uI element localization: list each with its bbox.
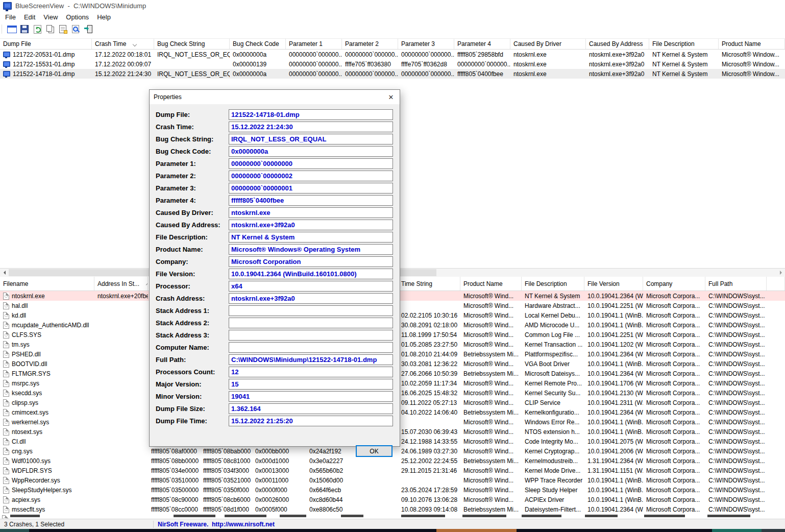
field-value-dump-file[interactable]: 121522-14718-01.dmp <box>229 109 393 120</box>
menu-help[interactable]: Help <box>93 12 115 22</box>
run-window-button[interactable] <box>6 23 18 35</box>
scroll-left-arrow-icon <box>2 271 6 275</box>
column-header-parameter-1[interactable]: Parameter 1 <box>286 39 342 49</box>
field-value-stack-address-1[interactable] <box>229 305 393 316</box>
field-value-bug-check-code[interactable]: 0x0000000a <box>229 146 393 157</box>
field-label-file-version: File Version: <box>156 270 195 278</box>
table-row[interactable]: 121722-20531-01.dmp17.12.2022 00:18:01IR… <box>0 50 785 59</box>
field-value-computer-name[interactable] <box>229 342 393 353</box>
table-row[interactable]: cng.sysfffff805`08af0000fffff805`08bab00… <box>0 446 785 456</box>
cell: Microsoft® Wind... <box>460 496 522 503</box>
driver-file-icon <box>3 457 9 465</box>
scroll-right-button[interactable] <box>776 269 785 277</box>
scroll-left-button[interactable] <box>0 269 9 277</box>
field-label-file-description: File Description: <box>156 233 208 241</box>
menu-edit[interactable]: Edit <box>20 12 39 22</box>
field-value-dump-file-time[interactable]: 15.12.2022 21:25:20 <box>229 416 393 426</box>
column-header-parameter-2[interactable]: Parameter 2 <box>342 39 398 49</box>
field-value-crash-time[interactable]: 15.12.2022 21:24:30 <box>229 122 393 132</box>
cell: C:\WINDOWS\syst... <box>705 380 767 387</box>
column-header-parameter-3[interactable]: Parameter 3 <box>398 39 454 49</box>
cell: 10.02.2059 11:17:34 <box>398 380 460 387</box>
cell: 1.31.19041.2364 (W... <box>584 457 643 465</box>
column-header-bug-check-string[interactable]: Bug Check String <box>154 39 230 49</box>
field-value-bug-check-string[interactable]: IRQL_NOT_LESS_OR_EQUAL <box>229 134 393 144</box>
partial-row-text-fragment <box>644 515 685 517</box>
column-header-hidden-12[interactable] <box>767 277 785 291</box>
column-header-time-string[interactable]: Time String <box>398 277 460 291</box>
field-value-parameter-1[interactable]: 00000000`00000000 <box>229 158 393 169</box>
menu-file[interactable]: File <box>1 12 20 22</box>
field-value-parameter-3[interactable]: 00000000`00000001 <box>229 183 393 194</box>
table-row[interactable]: 121722-15531-01.dmp17.12.2022 00:09:070x… <box>0 59 785 69</box>
save-icon <box>20 25 29 33</box>
dialog-titlebar[interactable]: Properties ✕ <box>150 90 400 104</box>
menu-options[interactable]: Options <box>62 12 93 22</box>
driver-file-icon <box>3 419 9 426</box>
table-row[interactable]: 121522-14718-01.dmp15.12.2022 21:24:30IR… <box>0 69 785 79</box>
table-row[interactable]: acpiex.sysfffff805`08c90000fffff805`08cb… <box>0 495 785 504</box>
column-header-file-description[interactable]: File Description <box>649 39 719 49</box>
column-header-crash-time[interactable]: Crash Time <box>92 39 154 49</box>
field-value-processors-count[interactable]: 12 <box>229 367 393 377</box>
properties-button[interactable] <box>57 23 69 35</box>
column-header-file-version[interactable]: File Version <box>584 277 643 291</box>
column-header-address-in-st[interactable]: Address In St... <box>94 277 148 291</box>
column-label: Filename <box>3 280 28 287</box>
taskbar-segment <box>436 529 517 532</box>
cell: Code Integrity Mo... <box>522 438 584 445</box>
field-value-file-version[interactable]: 10.0.19041.2364 (WinBuild.160101.0800) <box>229 269 393 279</box>
cell-text: tm.sys <box>12 341 30 348</box>
field-value-caused-by-driver[interactable]: ntoskrnl.exe <box>229 207 393 218</box>
cell: hal.dll <box>0 302 94 309</box>
find-button[interactable] <box>69 23 82 35</box>
cell: fffff805`034e0000 <box>148 467 200 474</box>
close-icon[interactable]: ✕ <box>382 90 400 104</box>
field-value-minor-version[interactable]: 19041 <box>229 391 393 402</box>
refresh-button[interactable] <box>31 23 43 35</box>
ok-button[interactable]: OK <box>356 445 393 457</box>
cell: 00000000`000000... <box>342 70 398 78</box>
column-header-caused-by-driver[interactable]: Caused By Driver <box>510 39 586 49</box>
column-header-parameter-4[interactable]: Parameter 4 <box>454 39 510 49</box>
field-value-crash-address[interactable]: ntoskrnl.exe+3f92a0 <box>229 293 393 304</box>
column-header-caused-by-address[interactable]: Caused By Address <box>586 39 649 49</box>
table-row[interactable]: mssecflt.sysfffff805`08cc0000fffff805`08… <box>0 504 785 514</box>
column-header-company[interactable]: Company <box>643 277 705 291</box>
column-header-product-name[interactable]: Product Name <box>460 277 522 291</box>
field-value-parameter-2[interactable]: 00000000`00000002 <box>229 171 393 181</box>
cell: Microsoft® Wind... <box>460 438 522 445</box>
field-value-full-path[interactable]: C:\WINDOWS\Minidump\121522-14718-01.dmp <box>229 354 393 365</box>
table-row[interactable]: WppRecorder.sysfffff805`03510000fffff805… <box>0 475 785 485</box>
field-value-major-version[interactable]: 15 <box>229 379 393 390</box>
field-value-company[interactable]: Microsoft Corporation <box>229 256 393 267</box>
field-value-stack-address-2[interactable] <box>229 318 393 328</box>
column-header-product-name[interactable]: Product Name <box>719 39 785 49</box>
save-button[interactable] <box>18 23 31 35</box>
table-row[interactable]: Wdf01000.sysfffff805`08bb0000fffff805`08… <box>0 456 785 466</box>
column-header-file-description[interactable]: File Description <box>522 277 584 291</box>
field-value-parameter-4[interactable]: fffff805`0400fbee <box>229 195 393 206</box>
field-value-processor[interactable]: x64 <box>229 281 393 292</box>
driver-file-icon <box>3 370 9 377</box>
column-header-dump-file[interactable]: Dump File <box>0 39 92 49</box>
column-header-bug-check-code[interactable]: Bug Check Code <box>230 39 286 49</box>
nirsoft-link[interactable]: NirSoft Freeware. http://www.nirsoft.net <box>158 521 275 528</box>
field-value-stack-address-3[interactable] <box>229 330 393 341</box>
field-value-file-description[interactable]: NT Kernel & System <box>229 232 393 243</box>
exit-button[interactable] <box>82 23 94 35</box>
field-value-product-name[interactable]: Microsoft® Windows® Operating System <box>229 244 393 255</box>
cell: 24.12.1988 14:33:55 <box>398 438 460 445</box>
cell: C:\WINDOWS\syst... <box>705 506 767 513</box>
table-row[interactable]: WDFLDR.SYSfffff805`034e0000fffff805`034f… <box>0 466 785 475</box>
copy-button[interactable] <box>44 23 56 35</box>
column-header-full-path[interactable]: Full Path <box>705 277 767 291</box>
column-header-filename[interactable]: Filename <box>0 277 94 291</box>
table-row[interactable]: SleepStudyHelper.sysfffff805`03500000fff… <box>0 485 785 495</box>
field-value-caused-by-address[interactable]: ntoskrnl.exe+3f92a0 <box>229 220 393 230</box>
cell-text: 121722-20531-01.dmp <box>13 51 75 58</box>
field-value-dump-file-size[interactable]: 1.362.164 <box>229 403 393 414</box>
cell: 15.07.2030 06:39:43 <box>398 428 460 436</box>
menu-view[interactable]: View <box>39 12 62 22</box>
cell: cng.sys <box>0 448 94 455</box>
